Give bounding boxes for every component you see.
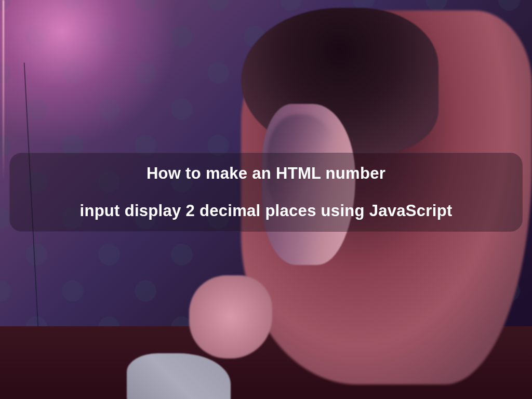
title-line-2: input display 2 decimal places using Jav… — [79, 201, 452, 221]
sleeve-shape — [127, 353, 231, 399]
title-overlay: How to make an HTML number input display… — [9, 153, 523, 232]
light-streak — [3, 0, 4, 182]
title-line-1: How to make an HTML number — [147, 163, 385, 184]
hand-shape — [189, 275, 272, 358]
background-image: How to make an HTML number input display… — [0, 0, 532, 399]
